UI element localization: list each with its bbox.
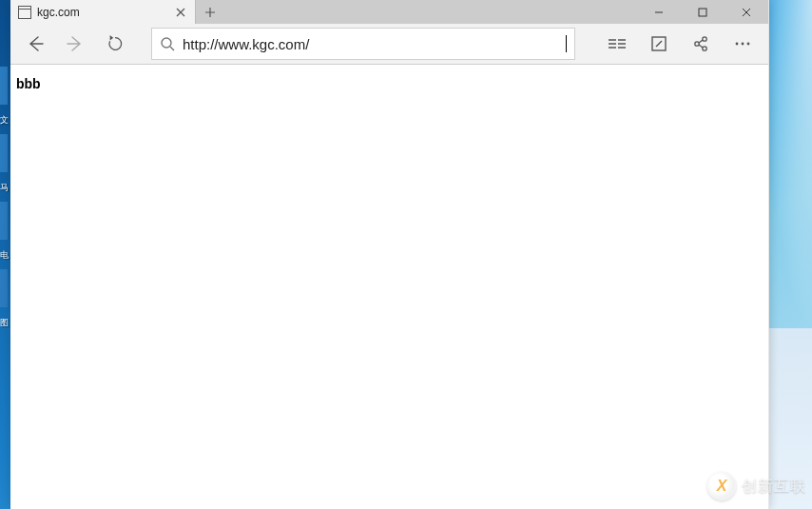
address-bar[interactable] [151, 28, 575, 60]
refresh-button[interactable] [96, 25, 134, 63]
svg-point-3 [695, 42, 699, 46]
share-button[interactable] [681, 25, 721, 63]
tab-title: kgc.com [37, 6, 174, 19]
page-icon [18, 6, 31, 19]
browser-window: kgc.com [10, 0, 769, 509]
svg-point-8 [747, 43, 750, 46]
watermark: X 创新互联 [707, 469, 806, 503]
desktop-wallpaper-highlight [764, 0, 812, 333]
new-tab-button[interactable] [196, 0, 224, 24]
url-input[interactable] [183, 36, 565, 52]
close-window-button[interactable] [725, 0, 768, 24]
minimize-button[interactable] [637, 0, 681, 24]
watermark-logo-glyph: X [717, 478, 727, 495]
search-icon [160, 36, 175, 51]
web-note-button[interactable] [639, 25, 679, 63]
desktop-icon[interactable] [0, 202, 8, 240]
watermark-text: 创新互联 [742, 477, 806, 497]
text-caret [566, 35, 567, 52]
browser-tab-active[interactable]: kgc.com [10, 0, 196, 24]
back-button[interactable] [16, 25, 54, 63]
more-button[interactable] [723, 25, 763, 63]
reading-view-button[interactable] [597, 25, 637, 63]
page-content: bbb [10, 65, 768, 509]
tab-strip: kgc.com [10, 0, 224, 24]
page-body-text: bbb [16, 76, 763, 91]
toolbar-right [597, 25, 763, 63]
maximize-button[interactable] [681, 0, 725, 24]
svg-point-6 [736, 43, 739, 46]
desktop-icon[interactable] [0, 269, 8, 307]
window-controls [637, 0, 768, 24]
svg-rect-0 [699, 9, 706, 16]
desktop-icon[interactable] [0, 134, 8, 172]
svg-point-7 [742, 43, 744, 46]
watermark-logo-icon: X [707, 472, 736, 500]
browser-toolbar [10, 24, 768, 65]
forward-button[interactable] [56, 25, 94, 63]
desktop-icon[interactable] [0, 67, 8, 105]
svg-point-1 [162, 38, 171, 48]
close-tab-icon[interactable] [174, 6, 187, 19]
title-bar: kgc.com [10, 0, 768, 24]
svg-point-5 [703, 47, 706, 50]
svg-point-4 [703, 37, 706, 41]
